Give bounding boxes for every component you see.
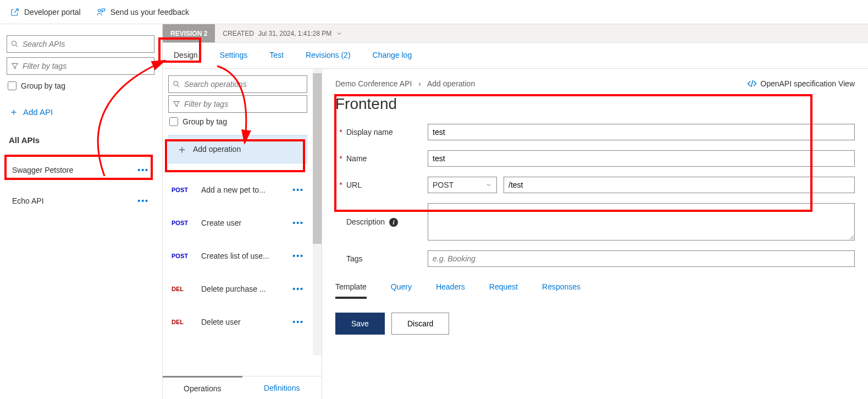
add-operation-button[interactable]: ＋ Add operation	[168, 135, 307, 163]
revision-bar: REVISION 2 CREATED Jul 31, 2024, 1:41:28…	[163, 24, 868, 43]
revision-created[interactable]: CREATED Jul 31, 2024, 1:41:28 PM	[215, 24, 350, 42]
description-label: Description i	[346, 217, 428, 227]
operation-menu-icon[interactable]: •••	[292, 285, 304, 293]
developer-portal-link[interactable]: Developer portal	[10, 7, 81, 17]
required-marker: *	[335, 154, 346, 163]
filter-apis-input-wrap[interactable]	[7, 57, 154, 75]
search-icon	[172, 80, 181, 89]
operations-bottom-tabs: Operations Definitions	[163, 376, 322, 399]
tab-settings[interactable]: Settings	[220, 51, 248, 63]
svg-point-2	[174, 81, 178, 86]
filter-operations-input-wrap[interactable]	[168, 95, 307, 113]
search-apis-input[interactable]	[19, 40, 151, 48]
openapi-view-label: OpenAPI specification View	[760, 79, 855, 88]
breadcrumb: Demo Conference API › Add operation	[335, 79, 475, 88]
api-item-menu-icon[interactable]: •••	[137, 196, 149, 205]
info-icon[interactable]: i	[389, 218, 398, 227]
operation-label: Create user	[201, 218, 286, 227]
api-item-echo-api[interactable]: Echo API •••	[7, 188, 154, 214]
name-input[interactable]	[428, 150, 855, 167]
operation-row[interactable]: DELDelete user•••	[168, 305, 307, 338]
search-apis-input-wrap[interactable]	[7, 35, 154, 53]
chevron-down-icon	[336, 30, 342, 37]
person-feedback-icon	[96, 7, 106, 17]
add-api-label: Add API	[23, 107, 53, 117]
api-item-menu-icon[interactable]: •••	[137, 166, 149, 174]
http-method-badge: DEL	[172, 286, 195, 292]
all-apis-heading: All APIs	[7, 131, 154, 152]
breadcrumb-api: Demo Conference API	[335, 79, 412, 88]
ops-group-by-tag-checkbox[interactable]	[169, 117, 178, 126]
display-name-input[interactable]	[428, 124, 855, 140]
svg-point-0	[98, 9, 101, 12]
operation-label: Delete purchase ...	[201, 285, 286, 293]
operation-row[interactable]: POSTCreate user•••	[168, 206, 307, 239]
tab-test[interactable]: Test	[269, 51, 284, 63]
subtab-responses[interactable]: Responses	[542, 282, 580, 299]
filter-icon	[10, 62, 19, 70]
subtab-template[interactable]: Template	[335, 282, 367, 299]
filter-operations-input[interactable]	[181, 100, 303, 108]
content-area: REVISION 2 CREATED Jul 31, 2024, 1:41:28…	[163, 24, 868, 399]
svg-point-1	[12, 41, 16, 46]
group-by-tag-checkbox-row[interactable]: Group by tag	[7, 79, 154, 92]
name-label: Name	[346, 154, 428, 163]
tab-design[interactable]: Design	[174, 51, 198, 63]
frontend-heading: Frontend	[335, 95, 855, 113]
scrollbar[interactable]	[313, 69, 322, 355]
frontend-subtabs: Template Query Headers Request Responses	[335, 282, 855, 299]
top-toolbar: Developer portal Send us your feedback	[0, 0, 868, 24]
http-method-badge: POST	[172, 220, 195, 226]
tab-revisions[interactable]: Revisions (2)	[306, 51, 351, 63]
search-operations-input-wrap[interactable]	[168, 75, 307, 93]
ops-group-by-tag-row[interactable]: Group by tag	[168, 115, 307, 128]
subtab-query[interactable]: Query	[391, 282, 412, 299]
operation-label: Add a new pet to...	[201, 185, 286, 194]
url-path-input[interactable]	[504, 177, 855, 193]
http-method-badge: POST	[172, 253, 195, 259]
discard-button[interactable]: Discard	[391, 313, 449, 335]
http-method-badge: POST	[172, 187, 195, 193]
plus-icon: ＋	[176, 142, 187, 157]
main-tabs: Design Settings Test Revisions (2) Chang…	[163, 43, 868, 69]
subtab-request[interactable]: Request	[489, 282, 518, 299]
bottom-tab-operations[interactable]: Operations	[163, 376, 242, 399]
tab-changelog[interactable]: Change log	[373, 51, 412, 63]
add-operation-label: Add operation	[193, 145, 241, 154]
action-buttons: Save Discard	[335, 313, 855, 335]
openapi-view-link[interactable]: OpenAPI specification View	[747, 79, 855, 89]
operation-row[interactable]: DELDelete purchase ...•••	[168, 272, 307, 305]
operation-row[interactable]: POSTAdd a new pet to...•••	[168, 173, 307, 206]
row-url: * URL POST	[335, 177, 855, 193]
search-operations-input[interactable]	[181, 80, 303, 89]
operation-menu-icon[interactable]: •••	[292, 318, 304, 326]
ops-group-by-tag-label: Group by tag	[183, 117, 227, 126]
operation-menu-icon[interactable]: •••	[292, 252, 304, 260]
code-icon	[747, 79, 757, 89]
scrollbar-thumb[interactable]	[313, 73, 322, 244]
operation-menu-icon[interactable]: •••	[292, 185, 304, 194]
filter-apis-input[interactable]	[19, 62, 151, 70]
save-button[interactable]: Save	[335, 313, 385, 335]
feedback-label: Send us your feedback	[110, 8, 189, 17]
tags-input[interactable]	[428, 250, 855, 267]
operation-label: Delete user	[201, 318, 286, 326]
group-by-tag-checkbox[interactable]	[8, 81, 16, 90]
description-textarea[interactable]	[428, 203, 855, 241]
plus-icon: ＋	[9, 107, 19, 117]
bottom-tab-definitions[interactable]: Definitions	[242, 376, 322, 399]
subtab-headers[interactable]: Headers	[436, 282, 465, 299]
chevron-down-icon	[485, 182, 492, 188]
display-name-label: Display name	[346, 128, 428, 136]
api-item-label: Swagger Petstore	[12, 166, 73, 174]
required-marker: *	[335, 181, 346, 189]
url-method-select[interactable]: POST	[428, 177, 497, 193]
operation-row[interactable]: POSTCreates list of use...•••	[168, 239, 307, 272]
feedback-link[interactable]: Send us your feedback	[96, 7, 189, 17]
operation-menu-icon[interactable]: •••	[292, 218, 304, 227]
breadcrumb-separator: ›	[418, 79, 421, 88]
add-api-button[interactable]: ＋ Add API	[7, 97, 154, 127]
url-label: URL	[346, 181, 428, 189]
api-item-swagger-petstore[interactable]: Swagger Petstore •••	[7, 157, 154, 183]
row-display-name: * Display name	[335, 124, 855, 140]
